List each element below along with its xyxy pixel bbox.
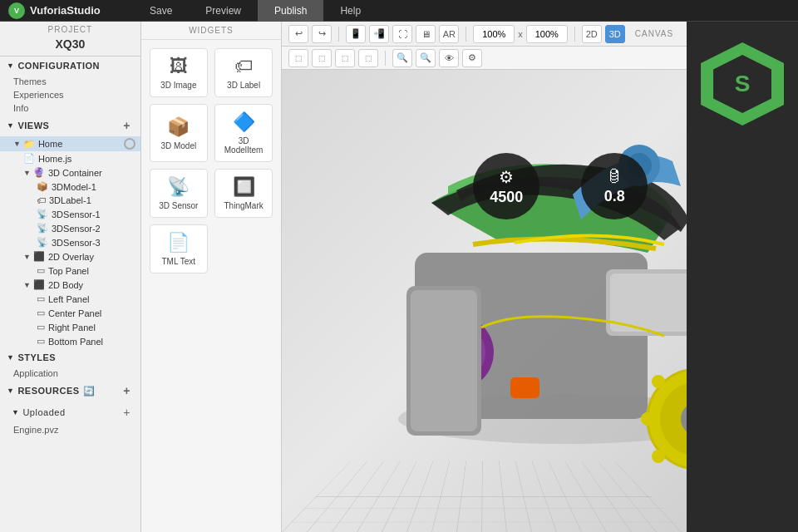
canvas-viewport[interactable]: ⚙ 4500 🛢 0.8 🌡 200 xyxy=(282,70,687,532)
tree-homejs[interactable]: 📄 Home.js xyxy=(0,151,140,165)
align-left-button[interactable]: ⬚ xyxy=(288,49,308,67)
tree-centerpanel[interactable]: ▭ Center Panel xyxy=(0,306,140,320)
oil-value: 0.8 xyxy=(604,188,625,205)
tree-application[interactable]: Application xyxy=(0,367,140,380)
zoom-x-input[interactable] xyxy=(473,25,515,43)
rightpanel-icon: ▭ xyxy=(37,322,45,332)
views-label: VIEWS xyxy=(17,121,49,131)
canvas-label: CANVAS xyxy=(635,29,673,38)
monitor-button[interactable]: 🖥 xyxy=(416,25,436,43)
tree-3dsensor2-label: 3DSensor-2 xyxy=(52,224,101,234)
ar-button[interactable]: AR xyxy=(439,25,459,43)
tree-2dbody-label: 2D Body xyxy=(48,280,83,290)
align-top-button[interactable]: ⬚ xyxy=(358,49,378,67)
tree-leftpanel-label: Left Panel xyxy=(48,294,90,304)
body-arrow-icon: ▼ xyxy=(23,281,31,289)
tablet-view-button[interactable]: 📲 xyxy=(369,25,389,43)
settings-button[interactable]: ⚙ xyxy=(462,49,482,67)
3dlabel-icon: 🏷 xyxy=(234,56,253,77)
tree-3dsensor1[interactable]: 📡 3DSensor-1 xyxy=(0,207,140,221)
tree-2doverlay[interactable]: ▼ ⬛ 2D Overlay xyxy=(0,249,140,264)
3dimage-icon: 🖼 xyxy=(170,56,188,77)
tree-leftpanel[interactable]: ▭ Left Panel xyxy=(0,292,140,306)
align-right-button[interactable]: ⬚ xyxy=(335,49,355,67)
tree-rightpanel[interactable]: ▭ Right Panel xyxy=(0,320,140,334)
expand-button[interactable]: ⛶ xyxy=(392,25,412,43)
widget-3dlabel[interactable]: 🏷 3D Label xyxy=(214,48,273,97)
tree-centerpanel-label: Center Panel xyxy=(48,308,101,318)
widget-3dimage[interactable]: 🖼 3D Image xyxy=(150,48,208,97)
tree-home[interactable]: ▼ 📁 Home xyxy=(0,136,140,151)
resources-refresh-button[interactable]: + xyxy=(121,384,134,397)
tree-3dlabel1[interactable]: 🏷 3DLabel-1 xyxy=(0,194,140,207)
topbar: V VuforiaStudio Save Preview Publish Hel… xyxy=(0,0,798,22)
tree-3dsensor3[interactable]: 📡 3DSensor-3 xyxy=(0,235,140,249)
section-resources[interactable]: ▼ RESOURCES 🔄 + xyxy=(0,380,140,401)
widget-3dmodel[interactable]: 📦 3D Model xyxy=(150,104,208,162)
uploaded-add-button[interactable]: + xyxy=(121,406,134,419)
zoom-y-input[interactable] xyxy=(526,25,568,43)
tree-enginepvz[interactable]: Engine.pvz xyxy=(0,423,140,436)
undo-button[interactable]: ↩ xyxy=(288,25,308,43)
toppanel-icon: ▭ xyxy=(37,265,45,276)
align-center-button[interactable]: ⬚ xyxy=(312,49,332,67)
app-title: VuforiaStudio xyxy=(30,4,101,17)
mode-2d-button[interactable]: 2D xyxy=(582,25,602,43)
tree-3dsensor2[interactable]: 📡 3DSensor-2 xyxy=(0,221,140,235)
views-add-button[interactable]: + xyxy=(121,119,134,132)
resources-add-button[interactable]: 🔄 xyxy=(83,384,96,397)
tree-bottompanel[interactable]: ▭ Bottom Panel xyxy=(0,334,140,348)
widget-thingmark-label: ThingMark xyxy=(224,201,263,210)
widget-tmltext[interactable]: 📄 TML Text xyxy=(150,224,208,273)
styles-label: STYLES xyxy=(17,352,56,362)
widget-thingmark[interactable]: 🔲 ThingMark xyxy=(214,169,273,218)
right-logo-panel: S xyxy=(687,22,798,532)
widgets-header: WIDGETS xyxy=(141,22,282,40)
nav-help[interactable]: Help xyxy=(323,0,377,22)
zoom-out-button[interactable]: 🔍 xyxy=(416,49,436,67)
tree-2dbody[interactable]: ▼ ⬛ 2D Body xyxy=(0,278,140,292)
svg-point-18 xyxy=(652,450,665,463)
uploaded-section[interactable]: ▼ Uploaded + xyxy=(0,401,140,423)
sensor2-icon: 📡 xyxy=(37,223,48,234)
hud-oil: 🛢 0.8 xyxy=(581,153,648,219)
tree-experiences[interactable]: Experiences xyxy=(0,88,140,101)
mode-3d-button[interactable]: 3D xyxy=(605,25,625,43)
widget-3dsensor[interactable]: 📡 3D Sensor xyxy=(150,169,208,218)
eye-button[interactable]: 👁 xyxy=(439,49,459,67)
ptc-logo: S xyxy=(697,38,788,130)
widgets-panel: WIDGETS 🖼 3D Image 🏷 3D Label 📦 3D Model… xyxy=(141,22,283,532)
styles-arrow-icon: ▼ xyxy=(7,353,14,362)
phone-view-button[interactable]: 📱 xyxy=(346,25,366,43)
resources-arrow-icon: ▼ xyxy=(7,387,14,395)
tree-info[interactable]: Info xyxy=(0,101,140,115)
tmltext-icon: 📄 xyxy=(167,232,190,254)
left-scroll: ▼ CONFIGURATION Themes Experiences Info … xyxy=(0,57,140,532)
svg-rect-5 xyxy=(510,377,539,398)
nav-publish[interactable]: Publish xyxy=(258,0,323,22)
canvas-secondary-toolbar: ⬚ ⬚ ⬚ ⬚ 🔍 🔍 👁 ⚙ xyxy=(282,47,687,70)
main-layout: PROJECT XQ30 ▼ CONFIGURATION Themes Expe… xyxy=(0,22,798,532)
canvas-toolbar: ↩ ↪ 📱 📲 ⛶ 🖥 AR x 2D 3D CANVAS xyxy=(282,22,687,47)
widget-3dmodelitem[interactable]: 🔷 3D ModelItem xyxy=(214,104,273,162)
centerpanel-icon: ▭ xyxy=(37,308,45,318)
tree-toppanel[interactable]: ▭ Top Panel xyxy=(0,264,140,278)
tree-3dsensor3-label: 3DSensor-3 xyxy=(52,238,101,248)
body-icon: ⬛ xyxy=(33,279,45,290)
redo-button[interactable]: ↪ xyxy=(312,25,332,43)
tree-3dcontainer[interactable]: ▼ 🔮 3D Container xyxy=(0,165,140,180)
overlay-arrow-icon: ▼ xyxy=(23,253,31,261)
nav-save[interactable]: Save xyxy=(133,0,189,22)
section-styles[interactable]: ▼ STYLES xyxy=(0,348,140,367)
tree-3dmodel1[interactable]: 📦 3DModel-1 xyxy=(0,180,140,194)
zoom-in-button[interactable]: 🔍 xyxy=(392,49,412,67)
tree-themes[interactable]: Themes xyxy=(0,75,140,88)
hex-outer: S xyxy=(701,42,784,126)
home-radio[interactable] xyxy=(124,138,135,150)
section-configuration[interactable]: ▼ CONFIGURATION xyxy=(0,57,140,75)
tree-homejs-label: Home.js xyxy=(38,154,71,164)
nav-preview[interactable]: Preview xyxy=(189,0,258,22)
section-views[interactable]: ▼ VIEWS + xyxy=(0,115,140,136)
svg-rect-22 xyxy=(411,290,477,431)
resources-label: RESOURCES xyxy=(17,386,79,396)
